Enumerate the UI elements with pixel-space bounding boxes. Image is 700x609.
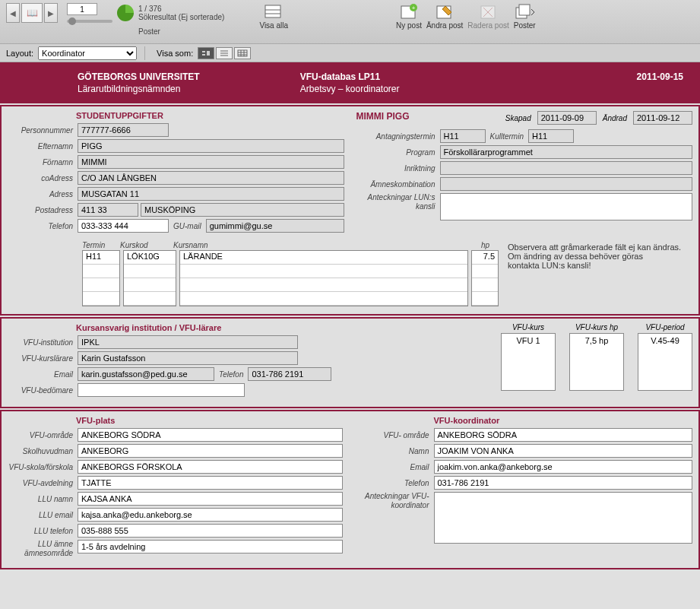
llu-amne-field[interactable]: 1-5 års avdelning [78, 540, 343, 553]
record-navigator: ◀ 📖 ▶ [6, 3, 58, 23]
show-all-icon [263, 3, 284, 21]
koord-namn-field[interactable]: JOAKIM VON ANKA [434, 444, 693, 458]
amneskombination-field [440, 177, 693, 191]
visa-alla-button[interactable]: Visa alla [259, 3, 288, 30]
current-record-input[interactable] [67, 3, 97, 15]
coadress-field: C/O JAN LÅNGBEN [78, 171, 344, 185]
kurs-email-field: karin.gustafsson@ped.gu.se [78, 367, 214, 381]
antagningstermin-label: Antagningstermin [356, 132, 440, 141]
inriktning-field [440, 161, 693, 175]
org-name: GÖTEBORGS UNIVERSITET [78, 71, 200, 82]
anteckningar-field[interactable] [440, 193, 693, 220]
antagningstermin-field: H11 [440, 129, 486, 143]
program-field: Förskollärarprogrammet [440, 145, 693, 159]
plats-omrade-label: VFU-område [8, 431, 78, 439]
llu-tel-label: LLU telefon [8, 527, 78, 535]
main-toolbar: ◀ 📖 ▶ 1 / 376 Sökresultat (Ej sorterade)… [0, 0, 700, 44]
student-name-header: MIMMI PIGG [356, 111, 410, 122]
plats-avdelning-field[interactable]: TJATTE [78, 476, 343, 490]
app-name: VFU-databas LP11 [300, 71, 400, 82]
vfu-bedomare-label: VFU-bedömare [8, 386, 78, 395]
kurs-telefon-field: 031-786 2191 [248, 367, 331, 381]
prev-record-button[interactable]: ◀ [6, 3, 20, 23]
note-line-1: Observera att gråmarkerade fält ej kan ä… [508, 243, 691, 252]
adress-label: Adress [8, 190, 78, 198]
new-record-icon: + [398, 3, 420, 21]
vfu-bedomare-field[interactable] [78, 383, 245, 397]
pie-icon[interactable] [117, 5, 134, 21]
visa-som-label: Visa som: [157, 49, 193, 58]
th-termin: Termin [82, 241, 120, 249]
kurs-email-label: Email [8, 370, 78, 379]
skapad-field: 2011-09-09 [537, 111, 597, 125]
koord-omrade-field[interactable]: ANKEBORG SÖDRA [434, 428, 693, 442]
plats-skola-field[interactable]: ANKEBORGS FÖRSKOLA [78, 460, 343, 474]
koord-anteckningar-field[interactable] [434, 492, 693, 544]
vfu-institution-label: VFU-institution [8, 338, 78, 347]
kulltermin-field: H11 [528, 129, 574, 143]
llu-namn-field[interactable]: KAJSA ANKA [78, 492, 343, 506]
plats-huvudman-label: Skolhuvudman [8, 447, 78, 455]
vfu-institution-field: IPKL [78, 335, 298, 349]
plats-omrade-field[interactable]: ANKEBORG SÖDRA [78, 428, 343, 442]
view-form-button[interactable] [198, 47, 214, 59]
kurs-telefon-label: Telefon [214, 370, 248, 379]
layout-select[interactable]: Koordinator [38, 46, 137, 60]
telefon-field[interactable]: 033-333 444 [78, 219, 169, 233]
poster-button[interactable]: Poster [514, 3, 536, 30]
coadress-label: coAdress [8, 174, 78, 182]
radera-post-button: Radera post [467, 3, 508, 30]
postnr-field: 411 33 [78, 203, 138, 217]
andra-post-button[interactable]: Ändra post [426, 3, 463, 30]
llu-email-field[interactable]: kajsa.anka@edu.ankeborg.se [78, 508, 343, 522]
app-sub: Arbetsvy – koordinatorer [300, 84, 400, 94]
view-list-button[interactable] [216, 47, 233, 59]
fornamn-label: Förnamn [8, 158, 78, 167]
andrad-field: 2011-09-12 [633, 111, 692, 125]
student-title: STUDENTUPPGIFTER [76, 111, 344, 120]
layout-bar: Layout: Koordinator Visa som: [0, 44, 700, 62]
koord-email-field[interactable]: joakim.von.anka@ankeborg.se [434, 460, 693, 474]
svg-rect-0 [265, 5, 280, 17]
th-hp: hp [462, 241, 489, 249]
koord-email-label: Email [358, 463, 434, 471]
efternamn-field: PIGG [78, 139, 344, 153]
vfu-period-value: V.45-49 [638, 333, 692, 391]
record-slider[interactable] [67, 20, 112, 23]
plats-koord-section: VFU-plats VFU-områdeANKEBORG SÖDRA Skolh… [0, 410, 700, 569]
next-record-button[interactable]: ▶ [44, 3, 58, 23]
svg-rect-19 [238, 50, 247, 56]
plats-skola-label: VFU-skola/förskola [8, 463, 78, 471]
koord-telefon-field[interactable]: 031-786 2191 [434, 476, 693, 490]
plats-huvudman-field[interactable]: ANKEBORG [78, 444, 343, 458]
cell-hp: 7.5 [472, 251, 498, 265]
koord-anteckningar-label: Anteckningar VFU-koordinator [358, 492, 434, 510]
search-result-text: Sökresultat (Ej sorterade) [138, 13, 224, 21]
poster-label: Poster [138, 27, 224, 36]
record-book-icon[interactable]: 📖 [21, 3, 43, 23]
amneskombination-label: Ämneskombination [356, 180, 440, 189]
inriktning-label: Inriktning [356, 164, 440, 173]
gumail-label: GU-mail [169, 222, 206, 230]
gumail-field: gumimmi@gu.se [206, 219, 344, 233]
plats-avdelning-label: VFU-avdelning [8, 479, 78, 487]
vfu-kurs-value: VFU 1 [501, 333, 556, 391]
ny-post-button[interactable]: + Ny post [396, 3, 422, 30]
view-table-button[interactable] [234, 47, 251, 59]
vfu-kurslarare-field: Karin Gustafsson [78, 351, 298, 365]
vfu-hp-value: 7,5 hp [569, 333, 624, 391]
andrad-label: Ändrad [603, 114, 627, 122]
svg-rect-14 [202, 54, 205, 56]
llu-namn-label: LLU namn [8, 495, 78, 503]
svg-text:+: + [412, 5, 416, 11]
llu-tel-field[interactable]: 035-888 555 [78, 524, 343, 538]
fornamn-field: MIMMI [78, 155, 344, 169]
skapad-label: Skapad [505, 114, 531, 122]
postort-field: MUSKÖPING [141, 203, 344, 217]
svg-rect-15 [207, 51, 210, 56]
koord-title: VFU-koordinator [434, 416, 693, 425]
cell-kursnamn: LÄRANDE [180, 251, 467, 265]
vfu-hp-head: VFU-kurs hp [569, 323, 624, 331]
llu-amne-label: LLU ämne ämnesområde [8, 540, 78, 558]
koord-telefon-label: Telefon [358, 479, 434, 487]
